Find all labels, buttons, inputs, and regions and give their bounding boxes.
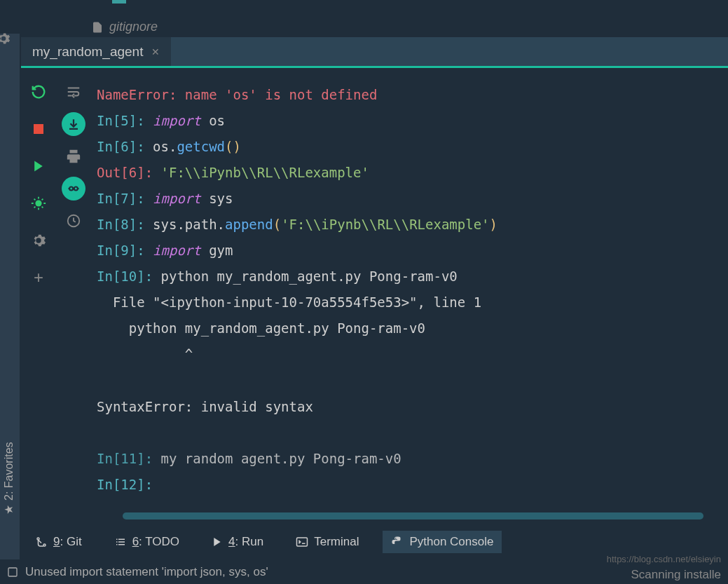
svg-rect-7 (8, 568, 17, 576)
terminal-icon (296, 536, 308, 548)
wrap-icon[interactable] (64, 82, 83, 102)
tab-bar: my_random_agent ✕ (21, 37, 728, 68)
status-scanning: Scanning installe (631, 568, 721, 582)
play-icon[interactable] (29, 156, 48, 176)
rerun-icon[interactable] (29, 82, 48, 102)
print-icon[interactable] (64, 147, 83, 166)
console-area: + NameError: name 'os' is not defined In… (21, 68, 728, 528)
in12: In[12]: (97, 472, 722, 498)
in5: In[5]: import os (97, 108, 722, 134)
in8: In[8]: sys.path.append('F:\\iPynb\\RL\\R… (97, 212, 722, 238)
svg-point-5 (43, 544, 46, 546)
play-small-icon (212, 536, 223, 548)
svg-rect-6 (297, 538, 308, 546)
in10: In[10]: python my_random_agent.py Pong-r… (97, 264, 722, 290)
tool-terminal[interactable]: Terminal (287, 531, 367, 553)
file-label: gitignore (109, 20, 158, 34)
inspect-icon[interactable] (62, 177, 85, 201)
file-icon (91, 21, 104, 34)
out6: Out[6]: 'F:\\iPynb\\RL\\RLexample' (97, 160, 722, 186)
bottom-tool-bar: 9: Git 6: TODO 4: Run Terminal Python Co… (27, 528, 728, 556)
svg-point-0 (35, 200, 41, 206)
in9: In[9]: import gym (97, 238, 722, 264)
close-icon[interactable]: ✕ (151, 46, 160, 57)
tool-todo[interactable]: 6: TODO (106, 531, 188, 553)
list-icon (114, 536, 127, 548)
checkbox-icon[interactable] (7, 566, 18, 578)
python-icon (391, 536, 404, 548)
syntax-error: SyntaxError: invalid syntax (97, 394, 722, 420)
in6: In[6]: os.getcwd() (97, 134, 722, 160)
watermark: https://blog.csdn.net/elsieyin (607, 554, 721, 564)
in11: In[11]: my random agent.py Pong-ram-v0 (97, 446, 722, 472)
svg-point-2 (74, 187, 78, 191)
git-icon (35, 536, 48, 548)
download-icon[interactable] (62, 112, 85, 136)
history-icon[interactable] (64, 211, 83, 231)
status-warning: Unused import statement 'import json, sy… (25, 565, 268, 579)
traceback-echo: python my_random_agent.py Pong-ram-v0 (97, 315, 722, 341)
tool-git[interactable]: 9: Git (27, 531, 90, 553)
favorites-panel-tab[interactable]: ★ 2: Favorites (2, 442, 15, 515)
traceback-file: File "<ipython-input-10-70a5554f5e53>", … (97, 290, 722, 315)
file-tree-row[interactable]: gitignore (91, 20, 158, 34)
horizontal-scrollbar[interactable] (123, 512, 703, 520)
svg-point-1 (69, 187, 73, 191)
add-icon[interactable]: + (29, 268, 48, 287)
action-column-1: + (21, 68, 56, 528)
traceback-caret: ^ (97, 341, 722, 367)
tool-run[interactable]: 4: Run (203, 531, 272, 553)
tab-bar-rest (171, 37, 728, 68)
tab-my-random-agent[interactable]: my_random_agent ✕ (21, 37, 171, 68)
error-line: NameError: name 'os' is not defined (97, 82, 722, 108)
console-output[interactable]: NameError: name 'os' is not defined In[5… (91, 68, 728, 528)
tool-python-console[interactable]: Python Console (383, 531, 502, 553)
top-area: gitignore (0, 0, 728, 34)
tab-label: my_random_agent (32, 44, 143, 60)
fragment-icon (112, 0, 126, 4)
blank2 (97, 420, 722, 446)
star-icon: ★ (2, 505, 15, 515)
favorites-label: 2: Favorites (3, 442, 15, 501)
svg-point-4 (37, 538, 39, 540)
debug-icon[interactable] (29, 193, 48, 213)
blank (97, 368, 722, 394)
settings-gear-icon[interactable] (0, 32, 11, 49)
in7: In[7]: import sys (97, 186, 722, 212)
stop-icon[interactable] (29, 119, 48, 139)
settings-icon[interactable] (29, 231, 48, 250)
action-column-2 (56, 68, 91, 528)
